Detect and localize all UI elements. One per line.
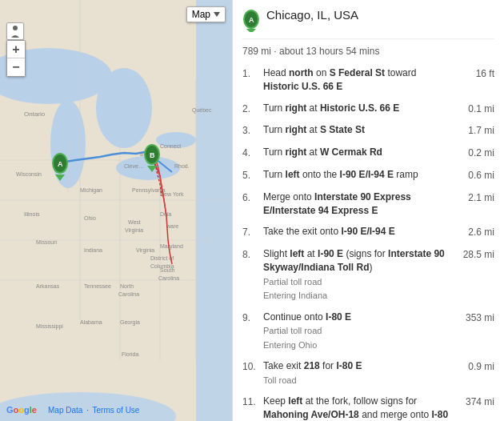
step-6-dist: 2.1 mi xyxy=(454,190,494,218)
step-8-text: Slight left at I-90 E (signs for Interst… xyxy=(263,247,450,302)
svg-text:Columbia: Columbia xyxy=(150,263,174,269)
step-10-num: 10. xyxy=(242,359,258,387)
step-9-sub2: Entering Ohio xyxy=(263,339,450,351)
svg-text:Ohio: Ohio xyxy=(84,215,96,221)
map-svg: Ontario Wisconsin Illinois Michigan Ohio… xyxy=(0,0,232,421)
svg-text:West: West xyxy=(128,219,141,225)
map-controls: Map xyxy=(186,6,226,22)
svg-rect-7 xyxy=(196,0,232,421)
svg-point-59 xyxy=(13,26,18,30)
step-10: 10. Take exit 218 for I-80 E Toll road 0… xyxy=(242,359,494,387)
step-5-num: 5. xyxy=(242,168,258,182)
step-4-num: 4. xyxy=(242,146,258,160)
svg-text:A: A xyxy=(58,160,63,168)
step-4-text: Turn right at W Cermak Rd xyxy=(263,146,450,160)
svg-text:A: A xyxy=(249,16,254,24)
map-links: Map Data · Terms of Use xyxy=(48,406,139,415)
destination-pin-icon: A xyxy=(242,10,260,32)
map-container: Ontario Wisconsin Illinois Michigan Ohio… xyxy=(0,0,232,421)
step-2: 2. Turn right at Historic U.S. 66 E 0.1 … xyxy=(242,102,494,116)
google-logo: Google xyxy=(6,405,37,415)
step-8: 8. Slight left at I-90 E (signs for Inte… xyxy=(242,247,494,302)
step-6-text: Merge onto Interstate 90 Express E/Inter… xyxy=(263,190,450,218)
svg-text:Georgia: Georgia xyxy=(120,319,140,326)
step-10-text: Take exit 218 for I-80 E Toll road xyxy=(263,359,450,387)
step-3: 3. Turn right at S State St 1.7 mi xyxy=(242,123,494,138)
step-9-dist: 353 mi xyxy=(454,311,494,352)
step-1-text: Head north on S Federal St toward Histor… xyxy=(263,66,450,94)
step-11-num: 11. xyxy=(242,395,258,421)
zoom-in-button[interactable]: + xyxy=(7,41,25,58)
step-6: 6. Merge onto Interstate 90 Express E/In… xyxy=(242,190,494,218)
step-3-num: 3. xyxy=(242,123,258,138)
svg-text:Virginia: Virginia xyxy=(136,247,154,254)
step-9-num: 9. xyxy=(242,311,258,352)
svg-text:Ontario: Ontario xyxy=(24,110,46,118)
map-type-arrow-icon xyxy=(214,12,220,17)
svg-text:Illinois: Illinois xyxy=(24,211,40,217)
svg-text:B: B xyxy=(150,151,155,159)
svg-text:Connect: Connect xyxy=(160,143,181,149)
step-10-dist: 0.9 mi xyxy=(454,359,494,387)
step-10-sub1: Toll road xyxy=(263,375,450,387)
svg-text:Arkansas: Arkansas xyxy=(36,283,60,289)
step-9: 9. Continue onto I-80 E Partial toll roa… xyxy=(242,311,494,352)
svg-text:Michigan: Michigan xyxy=(80,187,102,194)
destination-header: A Chicago, IL, USA xyxy=(242,8,494,39)
terms-link[interactable]: Terms of Use xyxy=(93,406,140,415)
step-9-sub1: Partial toll road xyxy=(263,325,450,337)
svg-text:Missouri: Missouri xyxy=(36,239,58,245)
zoom-out-button[interactable]: − xyxy=(7,58,25,76)
svg-text:Tennessee: Tennessee xyxy=(84,283,111,289)
svg-text:Rhod.: Rhod. xyxy=(174,163,190,169)
svg-text:Indiana: Indiana xyxy=(84,247,102,253)
map-data-link[interactable]: Map Data xyxy=(48,406,82,415)
svg-text:Virginia: Virginia xyxy=(125,227,143,234)
svg-text:Carolina: Carolina xyxy=(158,275,179,281)
step-6-num: 6. xyxy=(242,190,258,218)
step-4: 4. Turn right at W Cermak Rd 0.2 mi xyxy=(242,146,494,160)
svg-text:Cleve…: Cleve… xyxy=(124,163,144,169)
duration-line: 789 mi · about 13 hours 54 mins xyxy=(242,46,494,57)
svg-text:Florida: Florida xyxy=(122,351,139,357)
directions-panel: A Chicago, IL, USA 789 mi · about 13 hou… xyxy=(232,0,504,421)
step-3-dist: 1.7 mi xyxy=(454,123,494,138)
step-9-text: Continue onto I-80 E Partial toll road E… xyxy=(263,311,450,352)
svg-point-4 xyxy=(96,68,152,148)
step-2-dist: 0.1 mi xyxy=(454,102,494,116)
step-2-text: Turn right at Historic U.S. 66 E xyxy=(263,102,450,116)
svg-text:Wisconsin: Wisconsin xyxy=(16,171,42,177)
svg-text:Alabama: Alabama xyxy=(80,319,102,325)
zoom-controls: + − xyxy=(6,40,26,77)
step-8-dist: 28.5 mi xyxy=(454,247,494,302)
step-7: 7. Take the exit onto I-90 E/I-94 E 2.6 … xyxy=(242,225,494,239)
step-4-dist: 0.2 mi xyxy=(454,146,494,160)
pegman-icon[interactable] xyxy=(6,22,24,40)
step-3-text: Turn right at S State St xyxy=(263,123,450,138)
map-type-label: Map xyxy=(192,9,210,20)
map-type-select[interactable]: Map xyxy=(186,6,226,22)
step-5-text: Turn left onto the I-90 E/I-94 E ramp xyxy=(263,168,450,182)
step-8-sub1: Partial toll road xyxy=(263,276,450,288)
step-7-dist: 2.6 mi xyxy=(454,225,494,239)
svg-text:North: North xyxy=(120,283,134,289)
step-1-num: 1. xyxy=(242,66,258,94)
svg-text:Québec: Québec xyxy=(192,107,212,114)
step-11-text: Keep left at the fork, follow signs for … xyxy=(263,395,450,421)
separator: · xyxy=(86,406,89,415)
destination-title: Chicago, IL, USA xyxy=(266,8,358,22)
step-1-dist: 16 ft xyxy=(454,66,494,94)
svg-text:Carolina: Carolina xyxy=(118,291,139,297)
step-1: 1. Head north on S Federal St toward His… xyxy=(242,66,494,94)
step-5-dist: 0.6 mi xyxy=(454,168,494,182)
step-11-dist: 374 mi xyxy=(454,395,494,421)
svg-text:Mississippi: Mississippi xyxy=(36,323,63,330)
svg-text:Maryland: Maryland xyxy=(160,243,183,250)
svg-marker-63 xyxy=(246,29,256,32)
step-8-sub2: Entering Indiana xyxy=(263,290,450,302)
step-8-num: 8. xyxy=(242,247,258,302)
step-7-num: 7. xyxy=(242,225,258,239)
step-7-text: Take the exit onto I-90 E/I-94 E xyxy=(263,225,450,239)
step-5: 5. Turn left onto the I-90 E/I-94 E ramp… xyxy=(242,168,494,182)
step-2-num: 2. xyxy=(242,102,258,116)
